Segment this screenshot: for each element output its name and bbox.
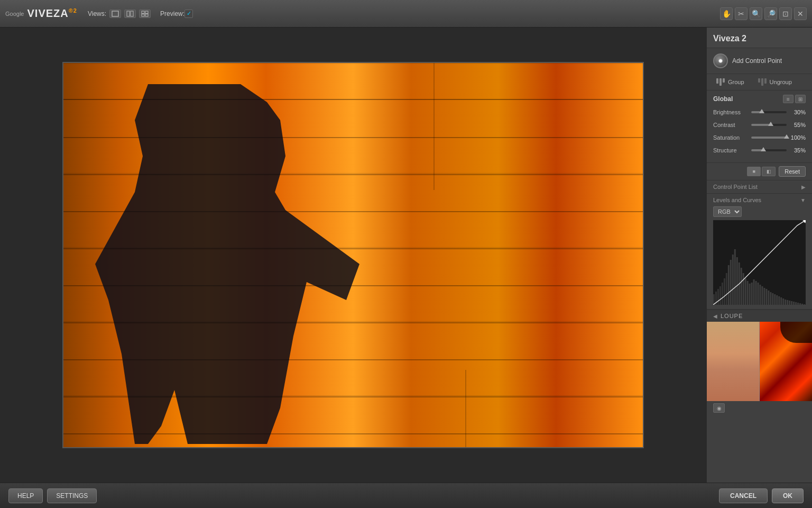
image-container	[62, 62, 644, 448]
zoom-out-icon[interactable]: 🔎	[764, 7, 777, 20]
settings-button[interactable]: SETTINGS	[47, 488, 97, 503]
global-header: Global ≡ ⊞	[713, 95, 806, 103]
right-panel-scroll[interactable]: Add Control Point Group	[707, 48, 812, 483]
help-button[interactable]: HELP	[8, 488, 43, 503]
svg-rect-3	[142, 11, 144, 14]
structure-value: 35%	[789, 147, 806, 153]
svg-rect-17	[734, 249, 736, 305]
contrast-slider[interactable]	[751, 120, 787, 130]
ungroup-label: Ungroup	[770, 79, 792, 85]
ungroup-button[interactable]: Ungroup	[755, 77, 795, 87]
svg-rect-47	[797, 303, 799, 305]
contrast-thumb[interactable]	[768, 122, 773, 126]
svg-rect-31	[763, 288, 765, 305]
bottom-right: CANCEL OK	[719, 488, 804, 503]
loupe-settings-icon[interactable]: ◉	[713, 403, 725, 413]
svg-rect-12	[724, 278, 725, 305]
rgb-selector: RGB	[707, 206, 812, 220]
svg-rect-9	[717, 289, 719, 305]
brightness-thumb[interactable]	[759, 109, 764, 113]
svg-rect-21	[743, 273, 744, 305]
svg-rect-44	[791, 301, 792, 305]
svg-rect-35	[772, 293, 773, 305]
add-control-point-section: Add Control Point	[707, 48, 812, 74]
structure-label: Structure	[713, 147, 749, 153]
svg-rect-29	[760, 285, 761, 305]
svg-rect-15	[730, 260, 732, 305]
mode-btn-2[interactable]: ◧	[762, 167, 776, 176]
main-area: NIK Collection Viveza 2 Add Control Poin…	[0, 28, 812, 483]
brightness-row: Brightness 30%	[713, 107, 806, 117]
zoom-in-icon[interactable]: 🔍	[750, 7, 762, 20]
close-view-icon[interactable]: ✕	[794, 7, 807, 20]
structure-slider[interactable]	[751, 146, 787, 155]
contrast-value: 55%	[789, 122, 806, 128]
svg-rect-10	[719, 286, 721, 305]
view-buttons-group	[109, 10, 152, 18]
svg-rect-50	[804, 304, 805, 305]
saturation-thumb[interactable]	[784, 134, 789, 139]
svg-rect-6	[145, 14, 148, 16]
control-point-circle-inner	[718, 59, 723, 63]
svg-rect-25	[751, 283, 753, 305]
structure-track	[751, 149, 787, 151]
group-button[interactable]: Group	[713, 77, 748, 87]
app-title: VIVEZA®2	[27, 7, 77, 19]
add-control-point-label[interactable]: Add Control Point	[732, 57, 782, 65]
svg-rect-23	[747, 281, 749, 305]
svg-rect-49	[801, 304, 803, 305]
loupe-header[interactable]: ◀ LOUPE	[707, 310, 812, 322]
svg-rect-22	[745, 278, 746, 305]
bottom-left: HELP SETTINGS	[8, 488, 97, 503]
bottom-bar: HELP SETTINGS CANCEL OK	[0, 483, 812, 508]
saturation-label: Saturation	[713, 134, 749, 141]
app-title-sup: ®2	[69, 7, 77, 14]
structure-thumb[interactable]	[761, 147, 766, 151]
brightness-value: 30%	[789, 109, 806, 115]
svg-rect-26	[753, 279, 755, 305]
add-control-point-button[interactable]	[713, 53, 728, 68]
app-title-text: VIVEZA	[27, 7, 68, 19]
contrast-row: Contrast 55%	[713, 120, 806, 130]
curves-header[interactable]: Levels and Curves ▼	[707, 194, 812, 206]
ok-button[interactable]: OK	[772, 488, 804, 503]
svg-rect-11	[722, 283, 723, 305]
structure-row: Structure 35%	[713, 146, 806, 155]
svg-rect-42	[787, 300, 788, 305]
view-grid-button[interactable]	[139, 10, 151, 18]
global-settings-icon[interactable]: ⊞	[795, 95, 806, 103]
view-single-button[interactable]	[109, 10, 121, 18]
hand-tool-icon[interactable]: ✋	[720, 7, 733, 20]
preview-checkbox[interactable]: ✓	[184, 10, 193, 18]
control-point-list-section[interactable]: Control Point List ▶	[707, 180, 812, 194]
image-area[interactable]	[0, 28, 706, 483]
saturation-fill	[751, 137, 787, 139]
fit-view-icon[interactable]: ⊡	[779, 7, 792, 20]
curves-label: Levels and Curves	[713, 197, 761, 203]
rgb-select[interactable]: RGB	[713, 206, 742, 217]
brightness-slider[interactable]	[751, 107, 787, 117]
global-expand-icon[interactable]: ≡	[783, 95, 793, 103]
svg-rect-38	[778, 296, 780, 305]
curves-svg	[713, 220, 806, 305]
svg-rect-4	[145, 11, 148, 14]
global-header-icons: ≡ ⊞	[783, 95, 806, 103]
preview-check-mark: ✓	[187, 10, 191, 17]
reset-button[interactable]: Reset	[779, 166, 806, 177]
saturation-slider[interactable]	[751, 133, 787, 142]
svg-rect-5	[142, 14, 144, 16]
curves-canvas[interactable]	[713, 220, 806, 305]
cancel-button[interactable]: CANCEL	[719, 488, 768, 503]
svg-rect-2	[131, 11, 133, 16]
reset-section: ■ ◧ Reset	[707, 163, 812, 180]
group-icon	[716, 78, 726, 86]
mode-btn-1[interactable]: ■	[747, 167, 761, 176]
crop-tool-icon[interactable]: ✂	[735, 7, 748, 20]
saturation-track	[751, 137, 787, 139]
google-logo: Google	[5, 11, 24, 17]
svg-rect-32	[765, 289, 767, 305]
view-split-button[interactable]	[124, 10, 136, 18]
mode-buttons: ■ ◧	[747, 167, 776, 176]
curves-arrow: ▼	[800, 197, 806, 203]
loupe-section: ◀ LOUPE ◉	[707, 310, 812, 483]
